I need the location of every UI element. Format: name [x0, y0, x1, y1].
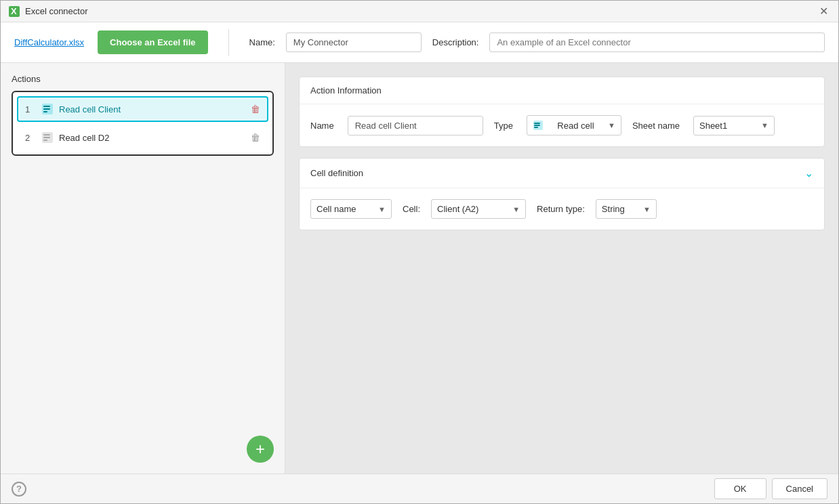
- main-content: Actions 1 Read cell Client 🗑: [1, 63, 838, 474]
- help-icon[interactable]: ?: [12, 482, 26, 497]
- cell-def-collapse-icon[interactable]: ⌄: [804, 167, 813, 180]
- cell-value-chevron-icon: ▼: [512, 205, 520, 213]
- type-select-value: Read cell: [557, 121, 594, 131]
- cell-def-title: Cell definition: [310, 168, 363, 178]
- sheet-name-label: Sheet name: [632, 121, 680, 131]
- svg-rect-3: [43, 106, 50, 107]
- action-number-1: 1: [25, 104, 36, 114]
- action-info-title: Action Information: [310, 85, 382, 96]
- action-info-body: Name Type Read cell: [300, 104, 824, 146]
- choose-excel-button[interactable]: Choose an Excel file: [98, 30, 207, 54]
- action-item-1[interactable]: 1 Read cell Client 🗑: [17, 96, 268, 122]
- actions-list: 1 Read cell Client 🗑 2: [12, 91, 274, 156]
- sheet-chevron-icon: ▼: [761, 121, 769, 129]
- cell-definition-card: Cell definition ⌄ Cell name ▼ Cell: Clie…: [299, 158, 825, 230]
- description-label: Description:: [432, 37, 479, 47]
- app-icon: X: [9, 6, 20, 17]
- cell-value-dropdown[interactable]: Client (A2) ▼: [431, 199, 526, 219]
- return-type-dropdown[interactable]: String ▼: [596, 199, 657, 219]
- action-name-input[interactable]: [348, 116, 483, 135]
- cell-name-value: Cell name: [316, 204, 356, 214]
- svg-text:X: X: [11, 7, 17, 16]
- sheet-name-dropdown[interactable]: Sheet1 ▼: [693, 116, 775, 135]
- svg-rect-5: [43, 111, 47, 112]
- divider: [228, 29, 229, 56]
- cell-value-text: Client (A2): [437, 204, 478, 214]
- file-link[interactable]: DiffCalculator.xlsx: [14, 37, 84, 47]
- name-field-label: Name: [310, 121, 334, 131]
- action-info-header: Action Information: [300, 77, 824, 104]
- close-button[interactable]: ✕: [817, 5, 830, 18]
- delete-icon-2[interactable]: 🗑: [251, 132, 260, 143]
- svg-rect-13: [534, 127, 538, 128]
- svg-rect-12: [534, 125, 540, 126]
- type-select-icon: [533, 120, 544, 131]
- action-number-2: 2: [25, 133, 36, 143]
- type-chevron-icon: ▼: [608, 121, 615, 129]
- cell-def-header: Cell definition ⌄: [300, 159, 824, 188]
- svg-rect-9: [43, 140, 47, 141]
- cell-name-chevron-icon: ▼: [378, 205, 386, 213]
- action-item-2[interactable]: 2 Read cell D2 🗑: [17, 125, 268, 150]
- titlebar-left: X Excel connector: [9, 6, 88, 17]
- name-label: Name:: [249, 37, 275, 47]
- excel-connector-window: X Excel connector ✕ DiffCalculator.xlsx …: [0, 0, 839, 504]
- read-cell-icon-1: [41, 103, 54, 115]
- right-panel: Action Information Name Type: [285, 63, 838, 474]
- connector-section: Name: Description:: [249, 33, 825, 52]
- delete-icon-1[interactable]: 🗑: [251, 104, 260, 114]
- svg-rect-7: [43, 134, 50, 135]
- return-type-label: Return type:: [537, 204, 585, 214]
- action-name-1: Read cell Client: [59, 104, 245, 114]
- top-bar: DiffCalculator.xlsx Choose an Excel file…: [1, 22, 838, 63]
- sheet-select-value: Sheet1: [699, 121, 727, 131]
- action-info-card: Action Information Name Type: [299, 77, 825, 147]
- bottom-bar: ? OK Cancel: [1, 474, 838, 503]
- left-panel: Actions 1 Read cell Client 🗑: [1, 63, 285, 474]
- type-dropdown[interactable]: Read cell ▼: [527, 115, 621, 135]
- add-action-button[interactable]: +: [247, 436, 274, 463]
- cell-name-dropdown[interactable]: Cell name ▼: [310, 199, 392, 219]
- cell-colon-label: Cell:: [403, 204, 420, 214]
- description-input[interactable]: [489, 33, 825, 52]
- window-title: Excel connector: [25, 6, 88, 16]
- ok-button[interactable]: OK: [714, 478, 766, 499]
- action-name-2: Read cell D2: [59, 133, 245, 143]
- actions-label: Actions: [12, 74, 274, 84]
- svg-rect-8: [43, 137, 50, 138]
- titlebar: X Excel connector ✕: [1, 1, 838, 22]
- cell-def-body: Cell name ▼ Cell: Client (A2) ▼ Return t…: [300, 188, 824, 230]
- add-btn-container: +: [12, 425, 274, 463]
- type-label: Type: [494, 121, 513, 131]
- cancel-button[interactable]: Cancel: [772, 478, 827, 499]
- svg-rect-4: [43, 108, 50, 110]
- read-cell-icon-2: [41, 131, 54, 144]
- bottom-buttons: OK Cancel: [714, 478, 827, 499]
- return-type-value: String: [602, 204, 625, 214]
- return-type-chevron-icon: ▼: [643, 205, 651, 213]
- svg-rect-11: [534, 123, 540, 124]
- name-input[interactable]: [286, 33, 422, 52]
